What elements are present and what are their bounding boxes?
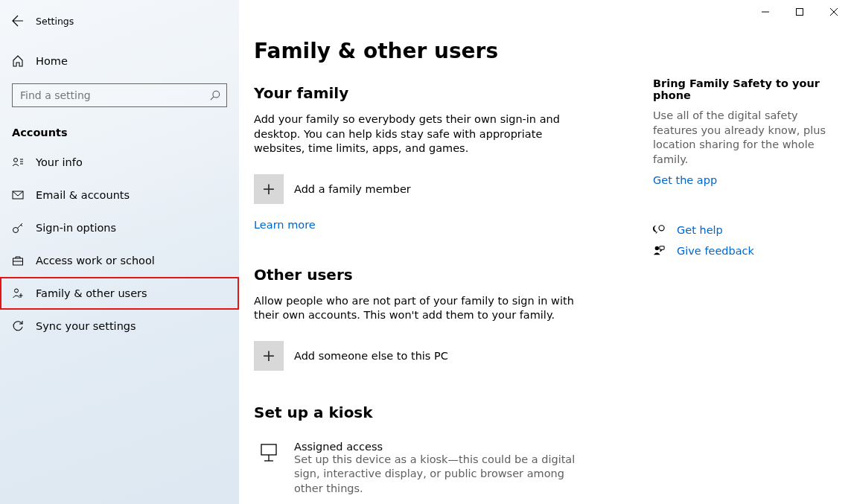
aside-column: Bring Family Safety to your phone Use al… xyxy=(641,39,836,504)
svg-point-4 xyxy=(213,91,220,98)
sidebar-item-label: Sync your settings xyxy=(36,320,136,332)
titlebar-left: Settings xyxy=(0,6,239,36)
feedback-icon xyxy=(653,245,665,257)
family-icon xyxy=(12,287,24,299)
sidebar-item-signin-options[interactable]: Sign-in options xyxy=(0,211,239,244)
add-family-member-button[interactable]: + Add a family member xyxy=(254,174,641,204)
section-label: Accounts xyxy=(12,127,239,138)
sidebar-item-work-school[interactable]: Access work or school xyxy=(0,244,239,277)
app-title: Settings xyxy=(36,16,74,27)
back-button[interactable] xyxy=(0,6,36,36)
kiosk-icon xyxy=(254,441,284,463)
sidebar-item-label: Email & accounts xyxy=(36,189,130,201)
add-other-user-label: Add someone else to this PC xyxy=(294,350,448,362)
svg-rect-19 xyxy=(261,444,276,455)
give-feedback-link[interactable]: Give feedback xyxy=(653,245,836,257)
search-icon xyxy=(210,90,220,101)
sidebar-item-sync-settings[interactable]: Sync your settings xyxy=(0,310,239,342)
svg-point-22 xyxy=(659,226,664,231)
main-column: Family & other users Your family Add you… xyxy=(254,39,641,504)
assigned-access-title: Assigned access xyxy=(294,441,592,453)
close-button[interactable] xyxy=(817,0,851,24)
svg-point-16 xyxy=(15,289,19,293)
person-card-icon xyxy=(12,156,24,168)
settings-window: Settings Home Accounts Your info Email &… xyxy=(0,0,851,504)
sidebar-item-email-accounts[interactable]: Email & accounts xyxy=(0,179,239,211)
other-users-body: Allow people who are not part of your fa… xyxy=(254,294,581,323)
back-arrow-icon xyxy=(12,15,24,27)
sidebar-item-family-other-users[interactable]: Family & other users xyxy=(0,277,239,310)
svg-line-5 xyxy=(211,97,214,100)
svg-point-23 xyxy=(655,246,659,250)
minimize-button[interactable] xyxy=(748,0,783,24)
page-title: Family & other users xyxy=(254,39,641,63)
sidebar-item-your-info[interactable]: Your info xyxy=(0,146,239,179)
home-icon xyxy=(12,55,24,67)
maximize-icon xyxy=(796,8,803,16)
promo-heading: Bring Family Safety to your phone xyxy=(653,77,836,101)
svg-point-11 xyxy=(13,228,19,233)
family-body: Add your family so everybody gets their … xyxy=(254,112,581,156)
svg-rect-24 xyxy=(660,246,664,249)
minimize-icon xyxy=(762,8,769,16)
maximize-button[interactable] xyxy=(783,0,817,24)
home-label: Home xyxy=(36,55,68,67)
key-icon xyxy=(12,222,24,234)
sidebar-item-label: Your info xyxy=(36,156,83,168)
learn-more-link[interactable]: Learn more xyxy=(254,219,316,231)
plus-icon: + xyxy=(254,174,284,204)
get-app-link[interactable]: Get the app xyxy=(653,174,717,186)
sidebar-item-label: Access work or school xyxy=(36,255,155,267)
search-input[interactable] xyxy=(20,89,199,101)
briefcase-icon xyxy=(12,255,24,267)
get-help-label: Get help xyxy=(677,224,723,236)
svg-point-6 xyxy=(14,159,18,162)
home-nav-item[interactable]: Home xyxy=(0,46,239,76)
family-heading: Your family xyxy=(254,84,641,102)
close-icon xyxy=(830,8,838,16)
add-family-member-label: Add a family member xyxy=(294,183,411,195)
plus-icon: + xyxy=(254,341,284,371)
help-bubble-icon xyxy=(653,224,665,236)
sidebar-item-label: Sign-in options xyxy=(36,222,116,234)
mail-icon xyxy=(12,189,24,201)
svg-rect-1 xyxy=(797,9,803,16)
add-other-user-button[interactable]: + Add someone else to this PC xyxy=(254,341,641,371)
sidebar-item-label: Family & other users xyxy=(36,287,147,299)
window-controls xyxy=(748,0,851,24)
give-feedback-label: Give feedback xyxy=(677,245,754,257)
kiosk-heading: Set up a kiosk xyxy=(254,403,641,421)
content-area: Family & other users Your family Add you… xyxy=(239,0,851,504)
sync-icon xyxy=(12,320,24,332)
sidebar: Settings Home Accounts Your info Email &… xyxy=(0,0,239,504)
assigned-access-desc: Set up this device as a kiosk—this could… xyxy=(294,453,592,497)
other-users-heading: Other users xyxy=(254,266,641,284)
assigned-access-button[interactable]: Assigned access Set up this device as a … xyxy=(254,441,641,497)
svg-line-13 xyxy=(21,225,22,226)
search-box[interactable] xyxy=(12,83,227,107)
get-help-link[interactable]: Get help xyxy=(653,224,836,236)
promo-body: Use all of the digital safety features y… xyxy=(653,109,836,167)
